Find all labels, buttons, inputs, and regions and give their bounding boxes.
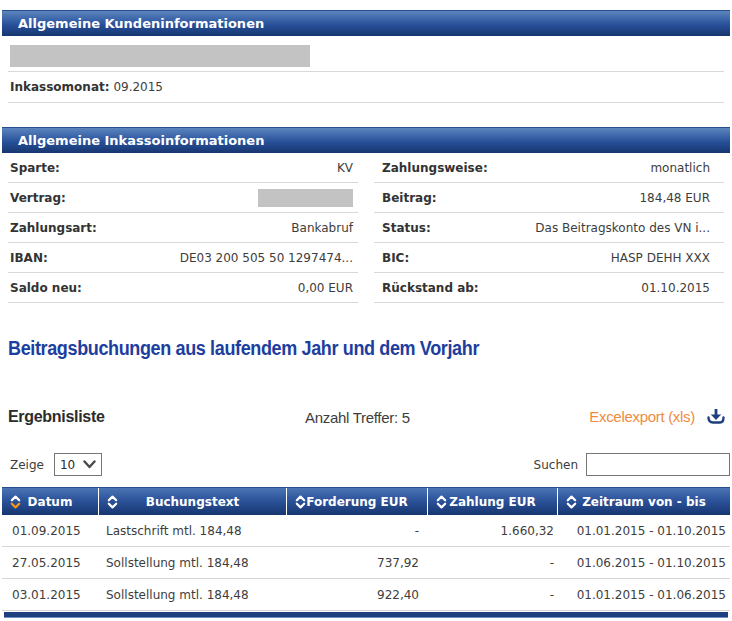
- cell-zahlung: 1.660,32: [428, 524, 558, 538]
- field-rueckstand-ab: Rückstand ab: 01.10.2015: [374, 273, 724, 303]
- column-label-zeitraum: Zahlung EUR: [449, 495, 536, 509]
- column-header-datum[interactable]: Datum: [2, 488, 99, 515]
- cell-datum: 01.09.2015: [2, 524, 99, 538]
- field-sparte-label: Sparte:: [10, 161, 60, 175]
- cell-zeitraum: 01.01.2015 - 01.10.2015: [558, 524, 730, 538]
- inkasso-info-section: Allgemeine Inkassoinformationen Sparte: …: [0, 127, 732, 303]
- results-title: Ergebnisliste: [8, 408, 105, 426]
- cell-zeitraum: 01.06.2015 - 01.10.2015: [558, 556, 730, 570]
- cell-buchungstext: Sollstellung mtl. 184,48: [99, 588, 287, 602]
- field-zahlungsart: Zahlungsart: Bankabruf: [8, 213, 358, 243]
- field-saldo-neu-value: 0,00 EUR: [298, 281, 353, 295]
- excel-export-label: Excelexport (xls): [589, 408, 695, 425]
- column-label-zeitraum: Zeitraum von - bis: [582, 495, 706, 509]
- table-row: 01.09.2015 Lastschrift mtl. 184,48 - 1.6…: [2, 515, 730, 547]
- sort-icon: [295, 494, 306, 510]
- sort-icon: [436, 494, 447, 510]
- results-table: Datum Buchungstext Forderung EUR Zahlung…: [2, 487, 730, 618]
- field-saldo-neu: Saldo neu: 0,00 EUR: [8, 273, 358, 303]
- excel-export-link[interactable]: Excelexport (xls): [589, 408, 726, 425]
- field-vertrag-label: Vertrag:: [10, 191, 66, 205]
- field-iban: IBAN: DE03 200 505 50 1297474...: [8, 243, 358, 273]
- field-status: Status: Das Beitragskonto des VN i...: [374, 213, 724, 243]
- cell-forderung: 922,40: [287, 588, 428, 602]
- table-controls: Zeige 10 Suchen: [0, 452, 732, 476]
- table-header-row: Datum Buchungstext Forderung EUR Zahlung…: [2, 487, 730, 515]
- column-label-datum: Datum: [28, 495, 73, 509]
- field-rueckstand-ab-label: Rückstand ab:: [382, 281, 479, 295]
- customer-info-section: Allgemeine Kundeninformationen Inkassomo…: [0, 10, 732, 103]
- field-bic-label: BIC:: [382, 251, 409, 265]
- sort-icon: [566, 494, 577, 510]
- redacted-customer-identity: [10, 45, 310, 67]
- results-count: Anzahl Treffer: 5: [305, 409, 410, 426]
- cell-forderung: 737,92: [287, 556, 428, 570]
- cell-zahlung: -: [428, 556, 558, 570]
- table-row: 03.01.2015 Sollstellung mtl. 184,48 922,…: [2, 579, 730, 611]
- column-header-buchungstext[interactable]: Buchungstext: [99, 488, 287, 515]
- cell-buchungstext: Lastschrift mtl. 184,48: [99, 524, 287, 538]
- field-bic-value: HASP DEHH XXX: [611, 251, 710, 265]
- column-label-buchungstext: Buchungstext: [146, 495, 240, 509]
- search-label: Suchen: [534, 458, 578, 472]
- page-size-value: 10: [60, 458, 75, 472]
- column-header-zeitraum[interactable]: Zeitraum von - bis: [558, 488, 730, 515]
- cell-datum: 27.05.2015: [2, 556, 99, 570]
- download-icon[interactable]: [706, 408, 726, 425]
- field-rueckstand-ab-value: 01.10.2015: [641, 281, 710, 295]
- field-status-label: Status:: [382, 221, 431, 235]
- inkasso-info-grid: Sparte: KV Zahlungsweise: monatlich Vert…: [8, 153, 724, 303]
- field-iban-value: DE03 200 505 50 1297474...: [180, 251, 353, 265]
- field-zahlungsart-value: Bankabruf: [291, 221, 353, 235]
- customer-identity-row: [8, 36, 724, 72]
- sort-icon: [107, 494, 118, 510]
- field-zahlungsweise-label: Zahlungsweise:: [382, 161, 488, 175]
- cell-buchungstext: Sollstellung mtl. 184,48: [99, 556, 287, 570]
- field-iban-label: IBAN:: [10, 251, 48, 265]
- inkassomonat-row: Inkassomonat: 09.2015: [8, 72, 724, 103]
- page-size-label: Zeige: [10, 458, 44, 472]
- field-status-value: Das Beitragskonto des VN i...: [535, 221, 710, 235]
- field-beitrag-value: 184,48 EUR: [639, 191, 710, 205]
- inkassomonat-label: Inkassomonat:: [10, 80, 110, 94]
- field-zahlungsart-label: Zahlungsart:: [10, 221, 97, 235]
- sort-icon: [10, 494, 21, 510]
- results-bar: Ergebnisliste Anzahl Treffer: 5 Excelexp…: [0, 406, 732, 430]
- field-sparte: Sparte: KV: [8, 153, 358, 183]
- field-zahlungsweise: Zahlungsweise: monatlich: [374, 153, 724, 183]
- column-label-forderung: Forderung EUR: [306, 495, 408, 509]
- page-size-select[interactable]: 10: [54, 453, 102, 476]
- cell-forderung: -: [287, 524, 428, 538]
- field-beitrag: Beitrag: 184,48 EUR: [374, 183, 724, 213]
- column-header-forderung[interactable]: Forderung EUR: [287, 488, 428, 515]
- chevron-down-icon: [83, 460, 96, 469]
- redacted-vertrag-value: [258, 189, 353, 207]
- search-input[interactable]: [586, 453, 730, 476]
- field-bic: BIC: HASP DEHH XXX: [374, 243, 724, 273]
- page-title: Beitragsbuchungen aus laufendem Jahr und…: [8, 337, 652, 360]
- cell-zahlung: -: [428, 588, 558, 602]
- inkasso-info-section-title: Allgemeine Inkassoinformationen: [2, 127, 730, 153]
- table-row: 27.05.2015 Sollstellung mtl. 184,48 737,…: [2, 547, 730, 579]
- table-footer-bar: [4, 612, 728, 618]
- field-vertrag: Vertrag:: [8, 183, 358, 213]
- cell-zeitraum: 01.01.2015 - 01.06.2015: [558, 588, 730, 602]
- field-saldo-neu-label: Saldo neu:: [10, 281, 82, 295]
- customer-info-section-title: Allgemeine Kundeninformationen: [2, 10, 730, 36]
- page: Allgemeine Kundeninformationen Inkassomo…: [0, 0, 732, 621]
- field-zahlungsweise-value: monatlich: [650, 161, 710, 175]
- inkassomonat-value: 09.2015: [113, 80, 163, 94]
- field-sparte-value: KV: [337, 161, 353, 175]
- cell-datum: 03.01.2015: [2, 588, 99, 602]
- field-beitrag-label: Beitrag:: [382, 191, 437, 205]
- column-header-zahlung[interactable]: Zahlung EUR: [428, 488, 558, 515]
